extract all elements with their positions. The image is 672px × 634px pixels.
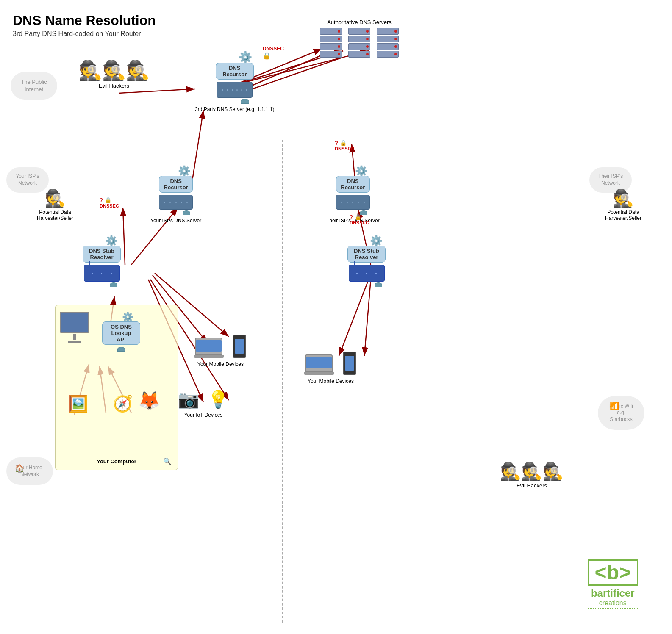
magnifier-icon: 🔍 <box>163 457 172 465</box>
vertical-divider <box>282 140 283 623</box>
harvester-left-icon: 🕵 <box>44 188 66 208</box>
evil-hackers-top-label: Evil Hackers <box>99 83 129 89</box>
dns-stub-home-group: ⚙️ DNS StubResolver <box>83 235 121 287</box>
svg-line-20 <box>339 280 369 356</box>
svg-line-21 <box>364 280 371 356</box>
dns-stub-wifi-box: DNS StubResolver <box>347 246 386 263</box>
dns-stub-wifi-label: DNS StubResolver <box>354 248 379 260</box>
evil-hackers-bottom-label: Evil Hackers <box>516 482 547 489</box>
hacker-1: 🕵 <box>78 59 102 82</box>
safari-icon: 🧭 <box>113 394 133 413</box>
home-router <box>84 265 120 287</box>
phone-home <box>233 335 246 358</box>
gear-isp: ⚙️ <box>178 165 191 177</box>
dnssec-label-top: DNSSEC 🔒 <box>263 46 284 60</box>
home-icon: 🏠 <box>15 464 24 473</box>
dns-stub-home-box: DNS StubResolver <box>83 246 121 263</box>
server-unit <box>377 28 399 35</box>
wifi-router <box>349 265 385 287</box>
wifi-mobile-devices-label: Your Mobile Devices <box>308 378 354 384</box>
router-body-their-isp <box>336 195 370 210</box>
safari-browser-icon: 🧭 <box>113 394 133 413</box>
wifi-mobile-devices-group: Your Mobile Devices <box>305 352 356 384</box>
phone-screen-home <box>235 339 244 354</box>
wifi-icon: 📶 <box>610 401 619 411</box>
dnssec-wifi-text: DNSSEC <box>350 220 369 225</box>
server-2 <box>348 28 370 58</box>
router-body-3rd <box>217 82 253 98</box>
server-unit <box>320 43 342 50</box>
top-divider <box>8 138 665 138</box>
your-computer-box: ⚙️ OS DNSLookupAPI 🖼️ 🧭 🦊 Your Computer … <box>55 305 178 470</box>
laptop-screen-home <box>195 338 222 355</box>
server-unit <box>377 51 399 58</box>
server-unit <box>377 43 399 50</box>
authoritative-dns-group: Authoritative DNS Servers <box>320 19 399 58</box>
evil-hackers-bottom-figures: 🕵 🕵 🕵 <box>500 462 564 482</box>
lock-icon-top: 🔒 <box>263 52 284 60</box>
server-unit <box>377 36 399 42</box>
phone-wifi <box>343 352 356 375</box>
your-isp-label: Your ISPs DNS Server <box>150 218 201 224</box>
mail-icon: 🖼️ <box>68 394 88 413</box>
monitor-group <box>60 312 89 343</box>
their-isp-label: Their ISP'sNetwork <box>598 173 623 186</box>
laptop-base-wifi <box>304 372 334 375</box>
monitor-base <box>68 341 81 343</box>
router-isp <box>159 195 193 215</box>
dnssec-isp-text: DNSSEC <box>100 203 119 208</box>
firefox-browser-icon: 🦊 <box>138 390 160 411</box>
dnssec-top-text: DNSSEC <box>263 46 284 52</box>
public-wifi-cloud: Public Wifie.g.Starbucks <box>598 396 644 430</box>
hacker-2: 🕵 <box>102 59 126 82</box>
hacker-bottom-3: 🕵 <box>542 462 564 482</box>
dns-recursor-their-isp-label: DNSRecursor <box>341 178 365 191</box>
hacker-bottom-1: 🕵 <box>500 462 521 482</box>
iot-devices-group: 📷 💡 Your IoT Devices <box>178 390 229 418</box>
dns-cylinder-stub-home <box>84 282 117 287</box>
server-3 <box>377 28 399 58</box>
server-unit <box>348 43 370 50</box>
server-unit <box>348 36 370 42</box>
camera-icon: 📷 <box>178 390 199 410</box>
subtitle: 3rd Party DNS Hard-coded on Your Router <box>13 30 156 38</box>
lightbulb-icon: 💡 <box>208 390 229 410</box>
dnssec-wifi-question: ? 🔒 <box>350 214 369 220</box>
main-title: DNS Name Resolution <box>13 13 156 28</box>
svg-line-7 <box>123 208 125 265</box>
hacker-bottom-2: 🕵 <box>521 462 542 482</box>
dns-cylinder-isp <box>159 210 190 215</box>
your-isp-label: Your ISP'sNetwork <box>16 173 39 186</box>
gear-stub-wifi: ⚙️ <box>370 235 383 247</box>
logo-name: bartificer <box>588 587 638 599</box>
dns-recursor-isp-box: DNSRecursor <box>159 176 193 193</box>
dnssec-wifi-label: ? 🔒 DNSSEC <box>350 214 369 225</box>
iot-label: Your IoT Devices <box>184 412 223 418</box>
gear-their-isp: ⚙️ <box>355 165 368 177</box>
harvester-left-label: Potential Data Harvester/Seller <box>34 209 76 221</box>
dns-recursor-3rd-label: DNSRecursor <box>222 65 247 78</box>
gear-stub-home: ⚙️ <box>105 235 118 247</box>
os-dns-box: OS DNSLookupAPI <box>102 321 140 345</box>
laptop-base-home <box>194 355 224 358</box>
monitor-stand <box>73 334 76 340</box>
laptop-home <box>195 338 224 358</box>
evil-hackers-top-group: 🕵 🕵 🕵 Evil Hackers <box>78 59 150 89</box>
dns-stub-home-label: DNS StubResolver <box>89 248 114 260</box>
your-home-network-cloud: Your HomeNetwork <box>6 457 53 485</box>
dns-cylinder-stub-wifi <box>349 282 382 287</box>
laptop-screen-wifi <box>305 354 333 372</box>
your-mobile-devices-home-group: Your Mobile Devices <box>195 335 246 367</box>
monitor-screen <box>60 312 89 333</box>
logo-b-tag: <b> <box>588 559 638 586</box>
harvester-right-label: Potential Data Harvester/Seller <box>602 209 644 221</box>
evil-hackers-bottom-group: 🕵 🕵 🕵 Evil Hackers <box>500 462 564 489</box>
server-unit <box>320 36 342 42</box>
dns-recursor-their-isp-box: DNSRecursor <box>336 176 370 193</box>
hacker-figures-top: 🕵 🕵 🕵 <box>78 59 150 82</box>
dns-stub-wifi-group: ? 🔒 DNSSEC ⚙️ DNS StubResolver <box>347 235 386 287</box>
os-dns-label: OS DNSLookupAPI <box>111 324 132 343</box>
your-isp-dns-group: ⚙️ DNSRecursor Your ISPs DNS Server <box>150 165 201 224</box>
server-stack-group <box>320 28 399 58</box>
data-harvester-left-group: 🕵 Potential Data Harvester/Seller <box>34 188 76 221</box>
